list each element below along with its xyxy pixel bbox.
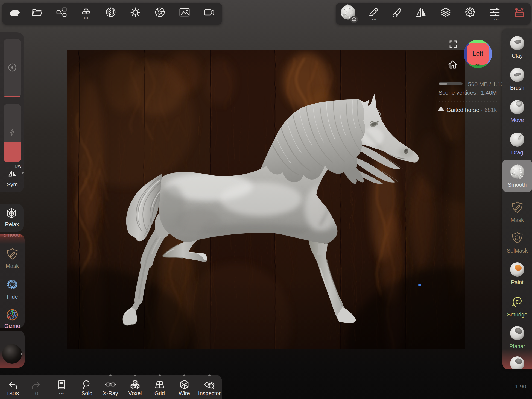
svg-text:Left: Left — [473, 50, 483, 57]
svg-text:Bott: Bott — [475, 63, 480, 66]
